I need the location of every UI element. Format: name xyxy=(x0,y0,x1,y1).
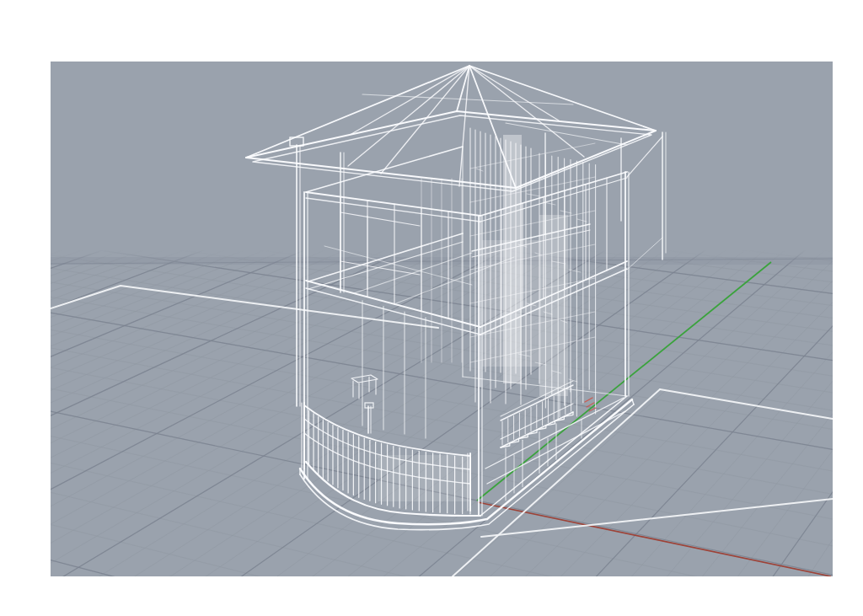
perspective-viewport[interactable] xyxy=(51,62,833,576)
viewport-canvas xyxy=(51,62,833,576)
page-background xyxy=(0,0,863,616)
building-wireframe xyxy=(246,66,666,530)
